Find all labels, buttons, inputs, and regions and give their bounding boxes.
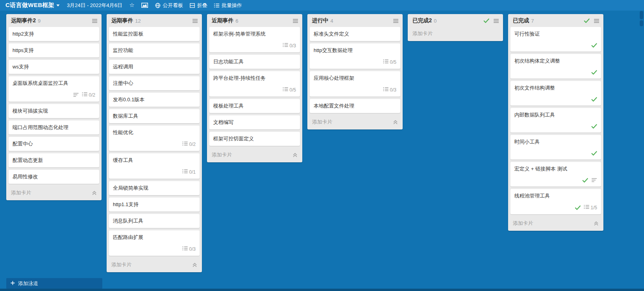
card-title: http1.1支持 (113, 201, 196, 208)
column-menu-button[interactable] (594, 18, 599, 23)
card-title: 注册中心 (113, 80, 196, 86)
card[interactable]: 数据库工具 (109, 109, 200, 123)
add-card-button[interactable]: 添加卡片 (212, 151, 293, 158)
checklist-icon (283, 43, 288, 48)
add-card-button[interactable]: 添加卡片 (312, 119, 393, 126)
card-title: 可行性验证 (514, 31, 597, 37)
description-icon (73, 93, 79, 97)
card[interactable]: 配置动态更新 (9, 153, 99, 167)
fold-button[interactable]: 折叠 (190, 2, 207, 9)
batch-list-icon (214, 3, 219, 8)
checklist-icon (584, 205, 589, 210)
card[interactable]: 标准头文件定义 (310, 27, 400, 41)
card[interactable]: 缓存工具0/1 (109, 153, 200, 179)
done-check-icon (591, 97, 597, 102)
batch-operations-button[interactable]: 批量操作 (214, 2, 242, 9)
card[interactable]: 全局锁简单实现 (109, 181, 200, 195)
card[interactable]: 消息队列工具 (109, 214, 200, 228)
column-done-check-icon (584, 18, 590, 23)
card-badges: 1/5 (514, 205, 597, 210)
card[interactable]: 本地配置文件处理 (310, 99, 400, 113)
checklist-badge: 0/2 (182, 141, 196, 147)
checklist-badge: 0/1 (182, 169, 196, 175)
card[interactable]: 易用性修改 (9, 170, 99, 184)
column-menu-button[interactable] (293, 18, 298, 23)
card[interactable]: 宏定义 + 链接脚本 测试 (510, 162, 601, 187)
card-list: 性能监控面板监控功能远程调用注册中心发布0.0.1版本数据库工具性能优化0/2缓… (107, 27, 202, 256)
add-card-button[interactable]: 添加卡片 (11, 189, 92, 196)
add-card-button[interactable]: 添加卡片 (412, 30, 498, 37)
card[interactable]: 模块可插拔实现 (9, 104, 99, 118)
card[interactable]: 线程池管理工具1/5 (510, 189, 601, 214)
card[interactable]: 发布0.0.1版本 (109, 93, 200, 107)
card-list: 标准头文件定义http交互数据处理0/5应用核心处理框架0/3本地配置文件处理 (307, 27, 403, 113)
favorite-star-button[interactable]: ☆ (129, 2, 134, 8)
card[interactable]: 初次文件结构调整 (510, 81, 601, 106)
done-check-icon (591, 151, 597, 156)
card-title: 配置动态更新 (12, 157, 95, 163)
collapse-column-button[interactable] (92, 190, 97, 195)
card-title: 模板处理工具 (213, 103, 296, 109)
card[interactable]: 可行性验证 (510, 27, 601, 52)
column-menu-button[interactable] (92, 18, 98, 23)
public-board-button[interactable]: 公开看板 (155, 2, 183, 9)
column-menu-button[interactable] (192, 18, 198, 23)
card[interactable]: 远程调用 (109, 60, 200, 74)
column-menu-button[interactable] (493, 18, 499, 23)
card[interactable]: 跨平台处理-持续性任务0/5 (209, 71, 300, 97)
card[interactable]: 文档编写 (209, 115, 300, 129)
card[interactable]: http2支持 (9, 27, 99, 41)
card[interactable]: http交互数据处理0/5 (310, 43, 400, 69)
card[interactable]: 时间小工具 (510, 135, 601, 160)
card[interactable]: 框架可控切面定义 (209, 132, 300, 146)
collapse-column-button[interactable] (393, 120, 398, 124)
column-title: 已完成 (513, 17, 529, 24)
vertical-scrollbar-thumb[interactable] (640, 11, 643, 19)
card-title: 框架可控切面定义 (213, 136, 296, 142)
card-title: 初次文件结构调整 (514, 85, 597, 91)
card[interactable]: 端口占用范围动态化处理 (9, 120, 99, 135)
vertical-scrollbar-thumb[interactable] (640, 20, 643, 26)
checklist-badge: 0/3 (283, 43, 296, 48)
done-check-icon (591, 70, 597, 75)
checklist-badge: 0/2 (82, 92, 95, 98)
horizontal-scrollbar-track[interactable] (0, 289, 644, 291)
card[interactable]: 桌面版系统桌面监控工具0/2 (9, 76, 99, 102)
collapse-column-button[interactable] (594, 221, 599, 226)
card-badges (514, 178, 597, 183)
done-check-icon (591, 43, 597, 48)
card[interactable]: ws支持 (9, 60, 99, 74)
column-menu-button[interactable] (393, 18, 399, 23)
add-lane-button[interactable]: 添加泳道 (6, 278, 102, 289)
collapse-column-button[interactable] (192, 262, 197, 267)
card[interactable]: 注册中心 (109, 76, 200, 90)
card-badges: 0/1 (113, 169, 196, 175)
checklist-badge: 1/5 (584, 205, 597, 210)
card[interactable]: http1.1支持 (109, 198, 200, 212)
board-title: C语言做WEB框架 (5, 2, 54, 9)
card[interactable]: 性能优化0/2 (109, 126, 200, 151)
collapse-column-button[interactable] (293, 153, 298, 157)
card-title: 标准头文件定义 (314, 31, 396, 37)
statistics-button[interactable] (141, 3, 148, 8)
card[interactable]: 日志功能工具 (209, 55, 300, 69)
card[interactable]: 监控功能 (109, 43, 200, 57)
card[interactable]: 框架示例-简单管理系统0/3 (209, 27, 300, 52)
card[interactable]: 匹配路由扩展0/3 (109, 230, 200, 256)
date-range[interactable]: 3月24日 - 2022年4月6日 (67, 2, 122, 9)
card[interactable]: 应用核心处理框架0/3 (310, 71, 400, 97)
checklist-count: 0/5 (289, 87, 296, 93)
card[interactable]: 内部数据队列工具 (510, 108, 601, 133)
add-card-button[interactable]: 添加卡片 (111, 261, 192, 268)
add-card-button[interactable]: 添加卡片 (513, 220, 594, 227)
column-done-check-icon (483, 18, 489, 23)
card[interactable]: 配置中心 (9, 137, 99, 151)
done-check-icon (575, 205, 581, 210)
card[interactable]: 初次结构体定义调整 (510, 54, 601, 79)
card[interactable]: 性能监控面板 (109, 27, 200, 41)
card[interactable]: https支持 (9, 43, 99, 57)
checklist-count: 0/3 (390, 87, 396, 93)
card-title: http2支持 (12, 31, 95, 37)
card[interactable]: 模板处理工具 (209, 99, 300, 113)
board-title-dropdown[interactable]: C语言做WEB框架 (5, 2, 60, 9)
